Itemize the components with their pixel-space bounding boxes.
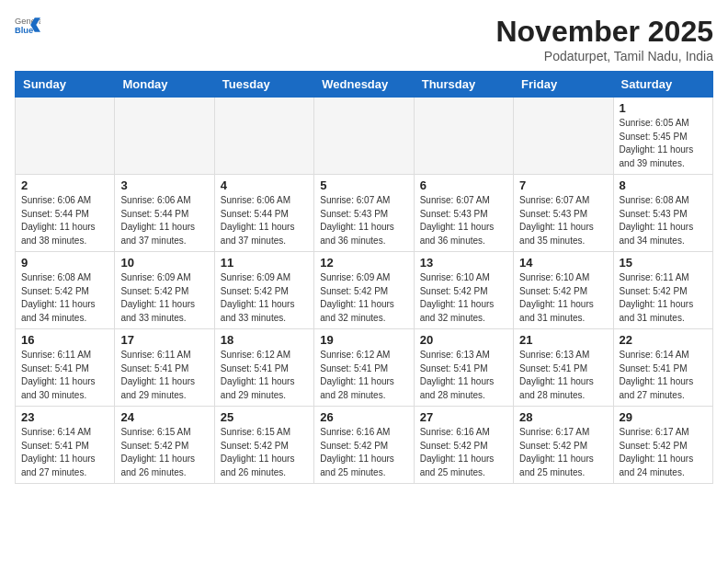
table-cell: 14Sunrise: 6:10 AMSunset: 5:42 PMDayligh… bbox=[514, 252, 613, 329]
table-cell: 25Sunrise: 6:15 AMSunset: 5:42 PMDayligh… bbox=[214, 407, 313, 484]
table-cell: 1Sunrise: 6:05 AMSunset: 5:45 PMDaylight… bbox=[613, 98, 712, 175]
table-cell: 12Sunrise: 6:09 AMSunset: 5:42 PMDayligh… bbox=[314, 252, 414, 329]
table-cell: 18Sunrise: 6:12 AMSunset: 5:41 PMDayligh… bbox=[214, 329, 313, 407]
table-cell: 15Sunrise: 6:11 AMSunset: 5:42 PMDayligh… bbox=[613, 252, 712, 329]
day-info: Sunrise: 6:11 AMSunset: 5:41 PMDaylight:… bbox=[21, 349, 108, 402]
day-info: Sunrise: 6:16 AMSunset: 5:42 PMDaylight:… bbox=[320, 426, 407, 479]
day-number: 2 bbox=[21, 178, 108, 192]
day-number: 20 bbox=[420, 333, 507, 347]
day-info: Sunrise: 6:11 AMSunset: 5:41 PMDaylight:… bbox=[120, 349, 208, 402]
day-info: Sunrise: 6:05 AMSunset: 5:45 PMDaylight:… bbox=[620, 117, 707, 170]
calendar-row: 23Sunrise: 6:14 AMSunset: 5:41 PMDayligh… bbox=[16, 407, 713, 484]
day-info: Sunrise: 6:17 AMSunset: 5:42 PMDaylight:… bbox=[519, 426, 607, 479]
day-number: 27 bbox=[420, 410, 507, 424]
day-number: 8 bbox=[620, 178, 707, 192]
table-cell: 27Sunrise: 6:16 AMSunset: 5:42 PMDayligh… bbox=[414, 407, 513, 484]
day-number: 28 bbox=[519, 410, 607, 424]
table-cell: 16Sunrise: 6:11 AMSunset: 5:41 PMDayligh… bbox=[16, 329, 115, 407]
header: General Blue November 2025 Podaturpet, T… bbox=[15, 15, 713, 63]
table-cell: 8Sunrise: 6:08 AMSunset: 5:43 PMDaylight… bbox=[613, 175, 712, 252]
table-cell: 29Sunrise: 6:17 AMSunset: 5:42 PMDayligh… bbox=[613, 407, 712, 484]
day-number: 3 bbox=[120, 178, 208, 192]
day-info: Sunrise: 6:07 AMSunset: 5:43 PMDaylight:… bbox=[519, 194, 607, 247]
day-number: 12 bbox=[320, 256, 407, 270]
table-cell: 23Sunrise: 6:14 AMSunset: 5:41 PMDayligh… bbox=[16, 407, 115, 484]
logo: General Blue bbox=[15, 15, 40, 35]
table-cell: 4Sunrise: 6:06 AMSunset: 5:44 PMDaylight… bbox=[214, 175, 313, 252]
table-cell bbox=[414, 98, 513, 175]
day-info: Sunrise: 6:12 AMSunset: 5:41 PMDaylight:… bbox=[221, 349, 308, 402]
day-info: Sunrise: 6:15 AMSunset: 5:42 PMDaylight:… bbox=[221, 426, 308, 479]
table-cell bbox=[214, 98, 313, 175]
day-info: Sunrise: 6:13 AMSunset: 5:41 PMDaylight:… bbox=[420, 349, 507, 402]
day-info: Sunrise: 6:06 AMSunset: 5:44 PMDaylight:… bbox=[21, 194, 108, 247]
calendar-body: 1Sunrise: 6:05 AMSunset: 5:45 PMDaylight… bbox=[16, 98, 713, 484]
day-info: Sunrise: 6:10 AMSunset: 5:42 PMDaylight:… bbox=[519, 271, 607, 325]
table-cell bbox=[514, 98, 613, 175]
day-info: Sunrise: 6:16 AMSunset: 5:42 PMDaylight:… bbox=[420, 426, 507, 479]
day-info: Sunrise: 6:09 AMSunset: 5:42 PMDaylight:… bbox=[221, 271, 308, 325]
table-cell: 6Sunrise: 6:07 AMSunset: 5:43 PMDaylight… bbox=[414, 175, 513, 252]
table-cell: 17Sunrise: 6:11 AMSunset: 5:41 PMDayligh… bbox=[115, 329, 214, 407]
day-info: Sunrise: 6:12 AMSunset: 5:41 PMDaylight:… bbox=[320, 349, 407, 402]
month-title: November 2025 bbox=[495, 15, 713, 49]
day-number: 19 bbox=[320, 333, 407, 347]
header-tuesday: Tuesday bbox=[214, 72, 313, 98]
day-info: Sunrise: 6:07 AMSunset: 5:43 PMDaylight:… bbox=[420, 194, 507, 247]
table-cell: 11Sunrise: 6:09 AMSunset: 5:42 PMDayligh… bbox=[214, 252, 313, 329]
day-number: 9 bbox=[21, 256, 108, 270]
day-number: 1 bbox=[620, 101, 707, 115]
day-info: Sunrise: 6:07 AMSunset: 5:43 PMDaylight:… bbox=[320, 194, 407, 247]
table-cell: 20Sunrise: 6:13 AMSunset: 5:41 PMDayligh… bbox=[414, 329, 513, 407]
table-cell: 26Sunrise: 6:16 AMSunset: 5:42 PMDayligh… bbox=[314, 407, 414, 484]
day-info: Sunrise: 6:10 AMSunset: 5:42 PMDaylight:… bbox=[420, 271, 507, 325]
day-number: 18 bbox=[221, 333, 308, 347]
day-info: Sunrise: 6:17 AMSunset: 5:42 PMDaylight:… bbox=[620, 426, 707, 479]
day-info: Sunrise: 6:08 AMSunset: 5:43 PMDaylight:… bbox=[620, 194, 707, 247]
location: Podaturpet, Tamil Nadu, India bbox=[495, 49, 713, 63]
calendar-row: 16Sunrise: 6:11 AMSunset: 5:41 PMDayligh… bbox=[16, 329, 713, 407]
day-info: Sunrise: 6:09 AMSunset: 5:42 PMDaylight:… bbox=[320, 271, 407, 325]
weekday-header-row: Sunday Monday Tuesday Wednesday Thursday… bbox=[16, 72, 713, 98]
header-monday: Monday bbox=[115, 72, 214, 98]
day-number: 13 bbox=[420, 256, 507, 270]
day-number: 15 bbox=[620, 256, 707, 270]
table-cell bbox=[314, 98, 414, 175]
table-cell bbox=[16, 98, 115, 175]
day-number: 21 bbox=[519, 333, 607, 347]
day-number: 14 bbox=[519, 256, 607, 270]
header-sunday: Sunday bbox=[16, 72, 115, 98]
day-number: 4 bbox=[221, 178, 308, 192]
day-info: Sunrise: 6:14 AMSunset: 5:41 PMDaylight:… bbox=[21, 426, 108, 479]
day-number: 24 bbox=[120, 410, 208, 424]
table-cell: 9Sunrise: 6:08 AMSunset: 5:42 PMDaylight… bbox=[16, 252, 115, 329]
header-friday: Friday bbox=[514, 72, 613, 98]
table-cell: 22Sunrise: 6:14 AMSunset: 5:41 PMDayligh… bbox=[613, 329, 712, 407]
table-cell: 10Sunrise: 6:09 AMSunset: 5:42 PMDayligh… bbox=[115, 252, 214, 329]
svg-text:Blue: Blue bbox=[15, 26, 33, 35]
day-number: 26 bbox=[320, 410, 407, 424]
day-number: 5 bbox=[320, 178, 407, 192]
day-info: Sunrise: 6:06 AMSunset: 5:44 PMDaylight:… bbox=[120, 194, 208, 247]
day-number: 6 bbox=[420, 178, 507, 192]
day-info: Sunrise: 6:06 AMSunset: 5:44 PMDaylight:… bbox=[221, 194, 308, 247]
calendar-row: 9Sunrise: 6:08 AMSunset: 5:42 PMDaylight… bbox=[16, 252, 713, 329]
day-info: Sunrise: 6:11 AMSunset: 5:42 PMDaylight:… bbox=[620, 271, 707, 325]
day-number: 29 bbox=[620, 410, 707, 424]
header-wednesday: Wednesday bbox=[314, 72, 414, 98]
day-info: Sunrise: 6:13 AMSunset: 5:41 PMDaylight:… bbox=[519, 349, 607, 402]
day-info: Sunrise: 6:15 AMSunset: 5:42 PMDaylight:… bbox=[120, 426, 208, 479]
table-cell: 21Sunrise: 6:13 AMSunset: 5:41 PMDayligh… bbox=[514, 329, 613, 407]
day-info: Sunrise: 6:08 AMSunset: 5:42 PMDaylight:… bbox=[21, 271, 108, 325]
table-cell: 28Sunrise: 6:17 AMSunset: 5:42 PMDayligh… bbox=[514, 407, 613, 484]
day-number: 11 bbox=[221, 256, 308, 270]
day-number: 17 bbox=[120, 333, 208, 347]
logo-icon: General Blue bbox=[15, 15, 40, 35]
header-thursday: Thursday bbox=[414, 72, 513, 98]
day-number: 10 bbox=[120, 256, 208, 270]
header-saturday: Saturday bbox=[613, 72, 712, 98]
day-number: 16 bbox=[21, 333, 108, 347]
table-cell bbox=[115, 98, 214, 175]
day-number: 22 bbox=[620, 333, 707, 347]
calendar-row: 2Sunrise: 6:06 AMSunset: 5:44 PMDaylight… bbox=[16, 175, 713, 252]
